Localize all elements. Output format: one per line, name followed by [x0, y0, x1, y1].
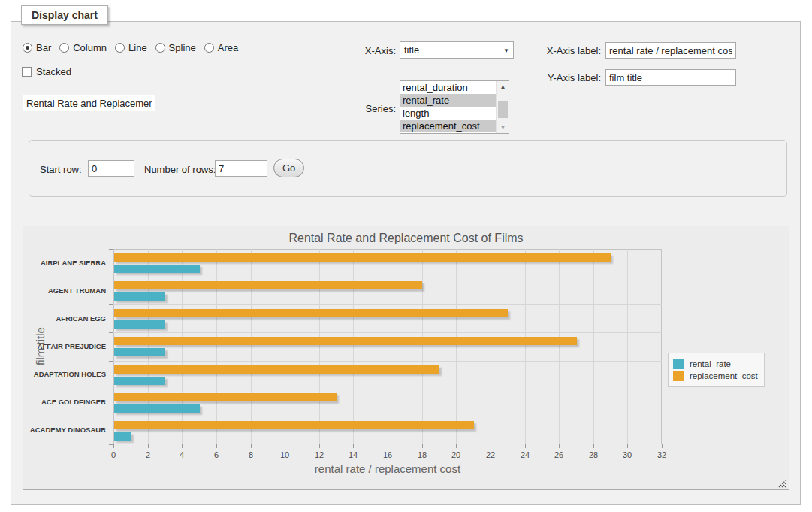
y-axis-tick	[109, 417, 113, 417]
stacked-checkbox[interactable]	[22, 67, 32, 77]
number-of-rows-input[interactable]	[215, 160, 267, 177]
legend-swatch-replacement_cost	[673, 371, 684, 381]
y-axis-tick	[109, 304, 113, 305]
y-axis-label-input[interactable]	[605, 69, 736, 86]
radio-icon-area[interactable]	[204, 43, 214, 53]
start-row-input[interactable]	[88, 160, 134, 177]
radio-label-bar: Bar	[36, 42, 51, 53]
series-listbox[interactable]: rental_durationrental_ratelengthreplacem…	[400, 80, 509, 134]
grid-line-v	[456, 249, 457, 444]
rows-panel	[29, 140, 787, 197]
radio-option-line[interactable]: Line	[115, 42, 147, 53]
page: Display chart BarColumnLineSplineArea St…	[0, 0, 812, 512]
x-tick-label: 28	[578, 450, 608, 459]
bar-replacement_cost	[114, 309, 508, 317]
bar-rental_rate	[114, 404, 200, 413]
grid-line-v	[319, 249, 320, 444]
x-axis-tick	[148, 444, 149, 448]
grid-line-h	[113, 277, 662, 277]
category-label: ACADEMY DINOSAUR	[23, 426, 106, 434]
x-tick-label: 0	[98, 450, 128, 459]
x-axis-tick	[491, 444, 491, 448]
chart-title: Rental Rate and Replacement Cost of Film…	[23, 232, 789, 245]
y-axis-tick	[109, 277, 113, 277]
series-list-label: Series:	[329, 103, 396, 114]
resize-grip-icon[interactable]	[777, 478, 787, 488]
x-axis-label-input[interactable]	[605, 42, 736, 59]
grid-line-v	[627, 249, 628, 444]
scrollbar-thumb[interactable]	[498, 101, 508, 118]
radio-icon-spline[interactable]	[155, 43, 165, 53]
x-axis-tick	[319, 444, 320, 448]
series-option-rental_duration[interactable]: rental_duration	[400, 81, 496, 94]
radio-label-column: Column	[73, 42, 107, 53]
radio-option-spline[interactable]: Spline	[155, 42, 196, 53]
grid-line-h	[113, 417, 662, 417]
chevron-down-icon: ▼	[503, 47, 509, 54]
x-axis-tick	[353, 444, 354, 448]
x-axis-title: rental rate / replacement cost	[113, 462, 662, 475]
x-axis-tick	[593, 444, 594, 448]
series-scrollbar[interactable]: ▲ ▼	[496, 81, 509, 133]
category-label: ACE GOLDFINGER	[23, 398, 106, 406]
stacked-option[interactable]: Stacked	[22, 66, 71, 77]
scrollbar-up-icon[interactable]: ▲	[497, 81, 509, 92]
x-tick-label: 4	[167, 450, 197, 459]
radio-option-column[interactable]: Column	[59, 42, 107, 53]
x-axis-tick	[627, 444, 628, 448]
radio-icon-bar[interactable]	[23, 43, 32, 53]
grid-line-v	[422, 249, 423, 444]
grid-line-v	[216, 249, 217, 444]
radio-icon-line[interactable]	[115, 43, 125, 53]
grid-line-v	[148, 249, 149, 444]
scrollbar-down-icon[interactable]: ▼	[497, 122, 509, 133]
x-axis-tick	[525, 444, 526, 448]
bar-rental_rate	[114, 320, 165, 329]
x-axis-select[interactable]: title ▼	[400, 41, 514, 59]
legend-label: replacement_cost	[690, 371, 758, 380]
grid-line-v	[593, 249, 594, 444]
x-tick-label: 22	[475, 450, 506, 459]
go-button[interactable]: Go	[273, 159, 304, 177]
number-of-rows-label: Number of rows:	[144, 164, 216, 175]
grid-line-v	[182, 249, 183, 444]
x-tick-label: 24	[510, 450, 540, 459]
x-axis-tick	[182, 444, 183, 448]
series-option-replacement_cost[interactable]: replacement_cost	[400, 120, 496, 132]
legend-label: rental_rate	[690, 359, 731, 368]
x-axis-label-label: X-Axis label:	[529, 45, 601, 56]
bar-replacement_cost	[114, 365, 439, 374]
radio-option-bar[interactable]: Bar	[23, 42, 51, 53]
y-axis-tick	[109, 389, 113, 389]
y-axis-tick	[109, 332, 113, 333]
bar-replacement_cost	[114, 337, 577, 345]
grid-line-v	[251, 249, 252, 444]
bar-rental_rate	[114, 265, 200, 273]
grid-line-v	[353, 249, 354, 444]
radio-label-spline: Spline	[169, 42, 196, 53]
x-tick-label: 14	[338, 450, 368, 459]
x-axis-tick	[251, 444, 252, 448]
bar-rental_rate	[114, 292, 165, 301]
legend-item: replacement_cost	[673, 371, 758, 381]
chart: Rental Rate and Replacement Cost of Film…	[23, 226, 789, 490]
x-tick-label: 20	[441, 450, 471, 459]
start-row-label: Start row:	[40, 164, 82, 175]
category-label: AFRICAN EGG	[23, 314, 106, 323]
x-axis-tick	[285, 444, 285, 448]
grid-line-h	[113, 361, 662, 362]
radio-option-area[interactable]: Area	[204, 42, 238, 53]
radio-icon-column[interactable]	[59, 43, 69, 53]
series-option-rental_rate[interactable]: rental_rate	[400, 94, 496, 107]
grid-line-h	[113, 304, 662, 305]
grid-line-v	[525, 249, 526, 444]
chart-title-input[interactable]	[23, 95, 155, 111]
series-option-length[interactable]: length	[400, 107, 496, 120]
category-label: AIRPLANE SIERRA	[23, 259, 106, 267]
x-tick-label: 10	[270, 450, 300, 459]
chart-type-radio-group: BarColumnLineSplineArea	[23, 42, 246, 53]
series-options: rental_durationrental_ratelengthreplacem…	[400, 81, 496, 133]
grid-line-v	[491, 249, 491, 444]
x-axis-tick	[456, 444, 457, 448]
x-axis-tick	[113, 444, 114, 448]
